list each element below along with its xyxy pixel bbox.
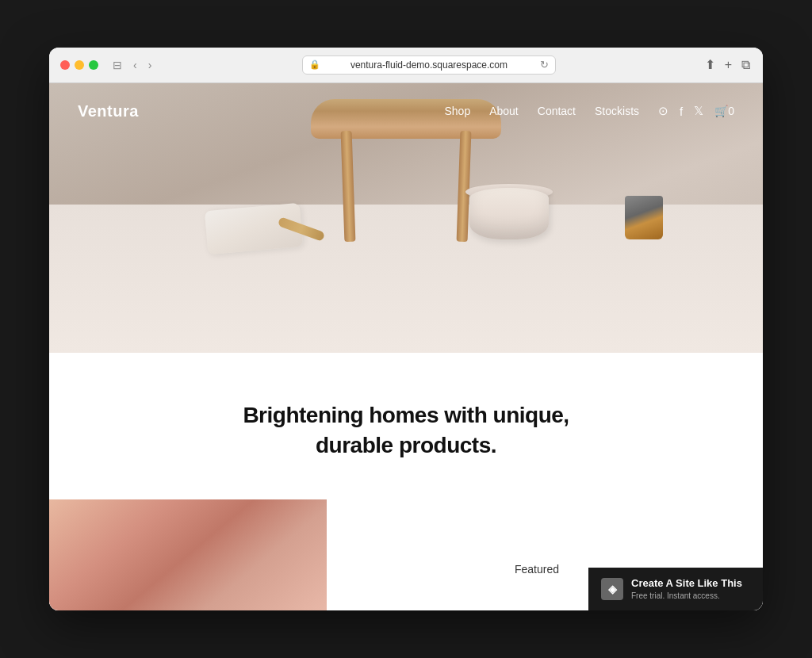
- squarespace-subtitle: Free trial. Instant access.: [631, 591, 750, 601]
- maximize-button[interactable]: [89, 60, 98, 70]
- reload-button[interactable]: ↻: [540, 59, 549, 71]
- traffic-lights: [60, 60, 98, 70]
- sidebar-toggle-button[interactable]: ⊟: [109, 57, 125, 73]
- nav-icons: ⊙ f 𝕏 🛒0: [658, 104, 734, 118]
- main-content: Brightening homes with unique, durable p…: [49, 353, 763, 500]
- squarespace-banner[interactable]: ◈ Create A Site Like This Free trial. In…: [588, 568, 763, 610]
- nav-about[interactable]: About: [489, 105, 519, 117]
- close-button[interactable]: [60, 60, 70, 70]
- site-header: Ventura Shop About Contact Stockists ⊙ f…: [49, 83, 763, 140]
- nav-stockists[interactable]: Stockists: [595, 105, 639, 117]
- squarespace-logo: ◈: [601, 578, 623, 600]
- products-section: Featured ◈ Create A Site Like This Free …: [49, 499, 763, 610]
- bowl-body: [469, 188, 549, 239]
- product-img-bg: [49, 499, 327, 610]
- share-button[interactable]: ⬆: [703, 55, 717, 74]
- cart-icon[interactable]: 🛒0: [714, 105, 734, 117]
- tagline-line1: Brightening homes with unique,: [243, 403, 569, 427]
- featured-label: Featured: [515, 563, 559, 595]
- site-content: Ventura Shop About Contact Stockists ⊙ f…: [49, 83, 763, 611]
- facebook-icon[interactable]: f: [680, 105, 683, 118]
- tagline-line2: durable products.: [316, 433, 496, 457]
- nav-shop[interactable]: Shop: [444, 105, 470, 117]
- cup-item: [625, 192, 663, 239]
- chair-leg-left: [341, 131, 356, 242]
- twitter-icon[interactable]: 𝕏: [694, 104, 703, 118]
- bowl-item: [469, 184, 549, 239]
- address-bar-container: 🔒 ventura-fluid-demo.squarespace.com ↻: [163, 55, 695, 75]
- minimize-button[interactable]: [75, 60, 84, 70]
- back-button[interactable]: ‹: [130, 57, 140, 73]
- address-bar[interactable]: 🔒 ventura-fluid-demo.squarespace.com ↻: [302, 55, 556, 75]
- nav-contact[interactable]: Contact: [538, 105, 576, 117]
- windows-button[interactable]: ⧉: [740, 56, 752, 74]
- browser-chrome: ⊟ ‹ › 🔒 ventura-fluid-demo.squarespace.c…: [49, 48, 763, 83]
- squarespace-text: Create A Site Like This Free trial. Inst…: [631, 577, 750, 601]
- forward-button[interactable]: ›: [145, 57, 155, 73]
- browser-window: ⊟ ‹ › 🔒 ventura-fluid-demo.squarespace.c…: [49, 48, 763, 611]
- new-tab-button[interactable]: +: [723, 56, 733, 74]
- tagline: Brightening homes with unique, durable p…: [81, 400, 731, 461]
- url-text: ventura-fluid-demo.squarespace.com: [350, 59, 508, 71]
- instagram-icon[interactable]: ⊙: [658, 104, 668, 118]
- window-controls: ⊟ ‹ ›: [109, 57, 155, 73]
- hero-section: Ventura Shop About Contact Stockists ⊙ f…: [49, 83, 763, 353]
- product-image-left: [49, 499, 327, 610]
- site-nav: Shop About Contact Stockists ⊙ f 𝕏 🛒0: [444, 104, 734, 118]
- cup-body: [625, 196, 663, 239]
- browser-actions: ⬆ + ⧉: [703, 55, 752, 74]
- squarespace-title: Create A Site Like This: [631, 577, 750, 591]
- lock-icon: 🔒: [309, 59, 320, 70]
- site-logo: Ventura: [78, 102, 139, 121]
